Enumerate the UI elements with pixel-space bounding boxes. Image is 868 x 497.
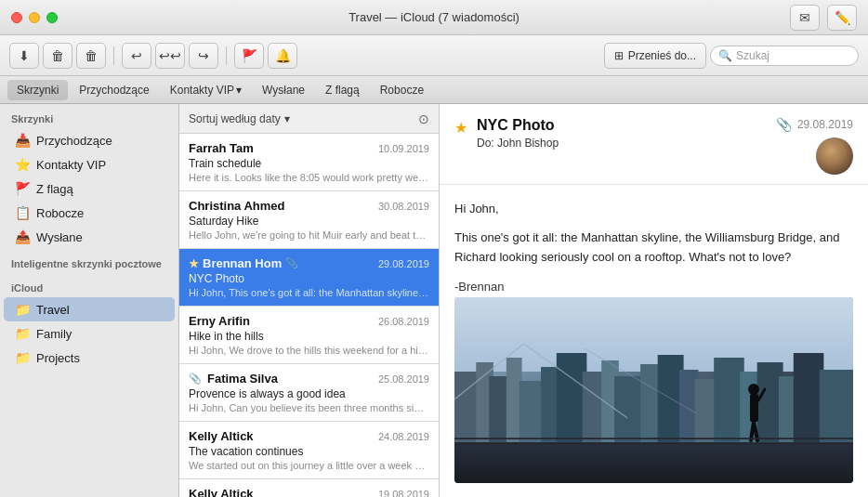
- tab-z-flaga[interactable]: Z flagą: [316, 80, 369, 100]
- email-item[interactable]: Kelly Altick 19.08.2019 Vacation: [179, 479, 439, 497]
- sidebar-item-kontakty-vip[interactable]: ⭐ Kontakty VIP: [4, 152, 175, 177]
- folder-family-icon: 📁: [15, 326, 30, 341]
- minimize-button[interactable]: [29, 12, 40, 23]
- tab-wyslane[interactable]: Wysłane: [253, 80, 314, 100]
- email-preview: Hi John, Can you believe its been three …: [189, 402, 429, 413]
- sidebar-label-travel: Travel: [36, 303, 70, 317]
- email-date: 19.08.2019: [378, 489, 429, 498]
- delete-button[interactable]: 🗑: [43, 43, 72, 69]
- email-item-header: Erny Arifin 26.08.2019: [189, 314, 429, 328]
- inbox-icon: 📥: [15, 133, 30, 148]
- titlebar: Travel — iCloud (7 wiadomości) ✉ ✏️: [0, 0, 868, 35]
- email-items: Farrah Tam 10.09.2019 Train schedule Her…: [179, 134, 439, 497]
- search-icon: 🔍: [718, 49, 732, 62]
- email-item[interactable]: 📎 Fatima Silva 25.08.2019 Provence is al…: [179, 364, 439, 422]
- edit-button[interactable]: ✏️: [827, 5, 857, 31]
- reply-all-button[interactable]: ↩↩: [155, 43, 185, 69]
- email-preview: Hi John, This one's got it all: the Manh…: [189, 287, 429, 298]
- tab-robocze[interactable]: Robocze: [371, 80, 433, 100]
- svg-point-24: [748, 384, 759, 395]
- email-item-header: Christina Ahmed 30.08.2019: [189, 199, 429, 213]
- search-box[interactable]: 🔍 Szukaj: [710, 46, 859, 66]
- email-date: 10.09.2019: [378, 143, 429, 154]
- new-mail-button[interactable]: ✉: [790, 5, 820, 31]
- sidebar-label-robocze: Robocze: [36, 206, 84, 220]
- flag-button[interactable]: 🚩: [234, 43, 264, 69]
- move-button[interactable]: ⊞ Przenieś do...: [604, 43, 706, 69]
- email-sender: ★ Brennan Hom 📎: [189, 256, 298, 270]
- email-sender: Kelly Altick: [189, 487, 254, 497]
- titlebar-right: ✉ ✏️: [790, 5, 857, 31]
- detail-greeting: Hi John,: [454, 200, 853, 219]
- maximize-button[interactable]: [46, 12, 58, 23]
- email-subject: NYC Photo: [189, 272, 429, 285]
- detail-info: NYC Photo Do: John Bishop: [477, 117, 767, 150]
- sort-button[interactable]: Sortuj według daty ▾: [189, 112, 290, 125]
- tab-przychodzace[interactable]: Przychodzące: [70, 80, 158, 100]
- list-options-icon[interactable]: ⊙: [418, 111, 429, 126]
- email-photo: [454, 297, 853, 483]
- detail-right: 📎 29.08.2019: [776, 117, 853, 175]
- delete-alt-button[interactable]: 🗑: [76, 43, 106, 69]
- forward-icon: ↪: [198, 48, 209, 63]
- flag-icon: 🚩: [242, 48, 257, 63]
- sort-label: Sortuj według daty: [189, 112, 281, 125]
- notification-button[interactable]: 🔔: [268, 43, 297, 69]
- email-sender: 📎 Fatima Silva: [189, 372, 278, 386]
- attachment-header-icon: 📎: [776, 117, 792, 132]
- tab-kontakty-vip[interactable]: Kontakty VIP ▾: [161, 80, 251, 100]
- sort-chevron-icon: ▾: [284, 112, 290, 125]
- sidebar-item-travel[interactable]: 📁 Travel: [4, 297, 175, 321]
- trash-alt-icon: 🗑: [85, 48, 98, 63]
- avatar: [816, 137, 853, 175]
- reply-all-icon: ↩↩: [159, 48, 181, 63]
- sidebar-item-przychodzace[interactable]: 📥 Przychodzące: [4, 128, 175, 152]
- photo-fence-svg: [454, 431, 853, 450]
- detail-to: John Bishop: [497, 137, 559, 150]
- email-preview: Hi John, We drove to the hills this week…: [189, 345, 429, 356]
- search-placeholder: Szukaj: [736, 49, 769, 62]
- detail-body: Hi John, This one's got it all: the Manh…: [440, 185, 868, 497]
- flag-sidebar-icon: 🚩: [15, 181, 30, 196]
- email-item[interactable]: Christina Ahmed 30.08.2019 Saturday Hike…: [179, 191, 439, 249]
- archive-button[interactable]: ⬇: [9, 43, 39, 69]
- tab-skrzynki[interactable]: Skrzynki: [7, 80, 68, 100]
- edit-icon: ✏️: [835, 10, 850, 25]
- email-preview: Hello John, we're going to hit Muir earl…: [189, 229, 429, 241]
- detail-star-icon[interactable]: ★: [454, 119, 467, 137]
- toolbar: ⬇ 🗑 🗑 ↩ ↩↩ ↪ 🚩 🔔 ⊞ Przenieś do... 🔍 Szuk…: [0, 35, 868, 76]
- detail-meta: Do: John Bishop: [477, 137, 767, 150]
- email-item-header: ★ Brennan Hom 📎 29.08.2019: [189, 256, 429, 270]
- move-icon: ⊞: [614, 49, 624, 62]
- sidebar-label-z-flaga: Z flagą: [36, 182, 73, 196]
- sidebar-section-inteligentne: Inteligentne skrzynki pocztowe: [0, 249, 178, 273]
- close-button[interactable]: [11, 12, 22, 23]
- email-preview: We started out on this journey a little …: [189, 460, 429, 471]
- main-content: Skrzynki 📥 Przychodzące ⭐ Kontakty VIP 🚩…: [0, 104, 868, 497]
- sidebar-item-family[interactable]: 📁 Family: [4, 321, 175, 346]
- archive-icon: ⬇: [19, 48, 30, 63]
- forward-button[interactable]: ↪: [189, 43, 218, 69]
- email-item[interactable]: Kelly Altick 24.08.2019 The vacation con…: [179, 422, 439, 479]
- email-item[interactable]: Farrah Tam 10.09.2019 Train schedule Her…: [179, 134, 439, 191]
- reply-button[interactable]: ↩: [122, 43, 151, 69]
- star-icon: ⭐: [15, 157, 30, 172]
- sidebar-label-projects: Projects: [36, 351, 80, 365]
- email-item-selected[interactable]: ★ Brennan Hom 📎 29.08.2019 NYC Photo Hi …: [179, 249, 439, 307]
- folder-travel-icon: 📁: [15, 302, 30, 317]
- sidebar-item-wyslane[interactable]: 📤 Wysłane: [4, 225, 175, 249]
- tabbar: Skrzynki Przychodzące Kontakty VIP ▾ Wys…: [0, 76, 868, 104]
- email-item[interactable]: Erny Arifin 26.08.2019 Hike in the hills…: [179, 307, 439, 364]
- email-subject: Provence is always a good idea: [189, 387, 429, 400]
- sidebar-item-robocze[interactable]: 📋 Robocze: [4, 201, 175, 225]
- svg-line-25: [758, 389, 765, 400]
- to-label: Do:: [477, 137, 494, 150]
- sidebar-item-projects[interactable]: 📁 Projects: [4, 346, 175, 370]
- separator-2: [226, 46, 227, 65]
- star-icon: ★: [189, 257, 199, 270]
- email-item-header: 📎 Fatima Silva 25.08.2019: [189, 372, 429, 386]
- email-subject: Hike in the hills: [189, 330, 429, 343]
- sidebar-item-z-flaga[interactable]: 🚩 Z flagą: [4, 177, 175, 201]
- sidebar-label-wyslane: Wysłane: [36, 230, 83, 244]
- email-list: Sortuj według daty ▾ ⊙ Farrah Tam 10.09.…: [179, 104, 440, 497]
